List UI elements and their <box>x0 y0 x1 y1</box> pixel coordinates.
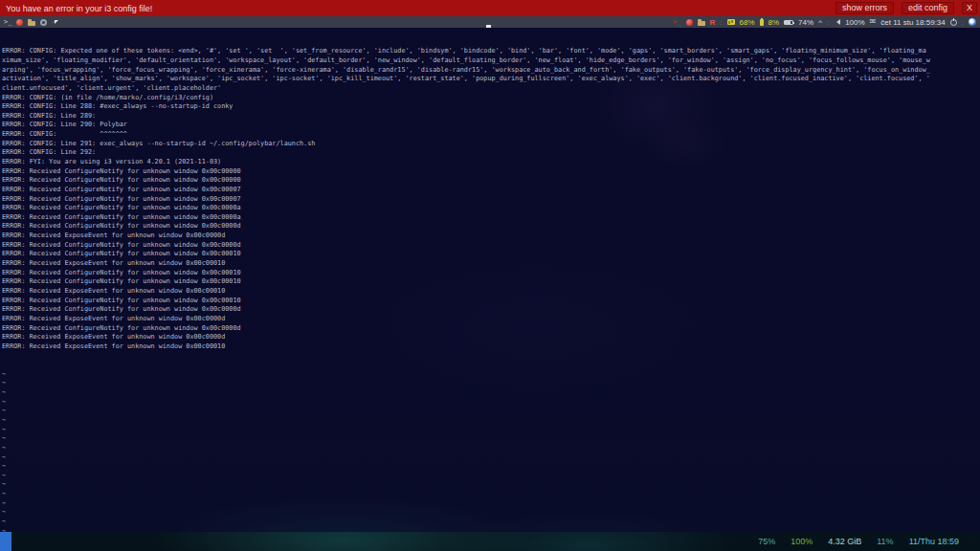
tray-terminal-icon[interactable]: >_ <box>673 18 680 26</box>
terminal-line: ERROR: CONFIG: Expected one of these tok… <box>2 47 980 56</box>
pager-tilde: ~ <box>2 499 980 509</box>
pager-tilde: ~ <box>2 444 980 453</box>
terminal-line: ERROR: Received ConfigureNotify for unkn… <box>2 195 980 205</box>
close-error-bar-button[interactable]: X <box>962 2 977 14</box>
small-battery-percentage: 8% <box>768 18 780 27</box>
bottom-bar-stat: 11/Thu 18:59 <box>909 537 959 546</box>
battery-percentage: 74% <box>798 18 813 27</box>
terminal-line: ERROR: Received ConfigureNotify for unkn… <box>2 186 980 195</box>
mail-icon[interactable]: ✉ <box>870 18 877 26</box>
gear-icon[interactable] <box>40 19 47 26</box>
pager-tilde: ~ <box>2 398 980 408</box>
bottom-bar-stat: 4.32 GiB <box>828 537 861 546</box>
tray-separator: : <box>962 18 964 27</box>
cpu-chart-icon <box>727 19 735 25</box>
terminal-line: ERROR: Received ConfigureNotify for unkn… <box>2 204 980 213</box>
terminal-line: ERROR: FYI: You are using i3 version 4.2… <box>2 158 980 167</box>
pager-tilde: ~ <box>2 370 980 380</box>
pager-tilde: ~ <box>2 388 980 398</box>
terminal-icon[interactable]: >_ <box>4 18 11 26</box>
terminal-line: ERROR: Received ExposeEvent for unknown … <box>2 333 980 342</box>
terminal-line: ERROR: Received ConfigureNotify for unkn… <box>2 167 980 177</box>
terminal-line: ERROR: Received ConfigureNotify for unkn… <box>2 297 980 306</box>
edit-config-button[interactable]: edit config <box>902 2 954 14</box>
browser-logo-icon[interactable] <box>969 18 976 26</box>
small-battery-icon <box>760 19 764 26</box>
pager-tilde: ~ <box>2 508 980 518</box>
terminal-line: ERROR: CONFIG: Line 290: Polybar <box>2 121 980 130</box>
bottom-bar-stats: 75%100%4.32 GiB11%11/Thu 18:59 <box>758 537 980 546</box>
bottom-bar: 75%100%4.32 GiB11%11/Thu 18:59 <box>0 532 980 551</box>
tray-separator: : <box>827 18 829 27</box>
terminal-line: ERROR: Received ExposeEvent for unknown … <box>2 342 980 352</box>
terminal-line: arping', 'focus_wrapping', 'force_focus_… <box>2 66 980 76</box>
workspace-indicator[interactable] <box>0 532 11 551</box>
tray-r-icon[interactable]: R <box>710 18 716 27</box>
cpu-percentage: 68% <box>740 18 755 27</box>
pager-tilde: ~ <box>2 434 980 444</box>
terminal-line: ERROR: CONFIG: Line 292: <box>2 148 980 158</box>
bottom-bar-stat: 75% <box>758 537 775 546</box>
pager-tilde: ~ <box>2 462 980 472</box>
volume-percentage: 100% <box>845 18 864 27</box>
chat-app-active-box[interactable] <box>52 21 56 23</box>
terminal-line: ERROR: Received ConfigureNotify for unkn… <box>2 305 980 315</box>
clock: čet 11 stu 18:59:34 <box>880 18 945 27</box>
pager-tilde: ~ <box>2 407 980 416</box>
pager-tilde: ~ <box>2 518 980 527</box>
terminal-line: ERROR: Received ConfigureNotify for unkn… <box>2 241 980 251</box>
terminal-line: ERROR: CONFIG: (in file /home/marko/.con… <box>2 94 980 103</box>
terminal-line: ERROR: Received ConfigureNotify for unkn… <box>2 277 980 287</box>
pager-tilde: ~ <box>2 416 980 426</box>
pager-tilde: ~ <box>2 472 980 481</box>
terminal-line: client.unfocused', 'client.urgent', 'cli… <box>2 84 980 94</box>
terminal-line: activation', 'title_align', 'show_marks'… <box>2 75 980 84</box>
terminal-line: ERROR: CONFIG: ^^^^^^^ <box>2 130 980 140</box>
app-red-circle-icon[interactable] <box>16 19 23 26</box>
pager-tilde: ~ <box>2 480 980 490</box>
speaker-icon[interactable] <box>834 19 840 25</box>
terminal-line: ERROR: CONFIG: Line 289: <box>2 112 980 121</box>
terminal-window[interactable]: ERROR: CONFIG: Expected one of these tok… <box>0 28 980 532</box>
pager-empty-lines: ~~~~~~~~~~~~~~~~~~~ <box>2 370 980 532</box>
terminal-line: ERROR: Received ConfigureNotify for unkn… <box>2 269 980 278</box>
system-tray: >_ R : 68% 8% 74% ^ : 100% ✉ čet 11 stu … <box>673 18 980 27</box>
tray-separator: : <box>720 18 722 27</box>
i3-error-bar: You have an error in your i3 config file… <box>0 0 980 16</box>
battery-charging-arrow: ^ <box>818 18 822 27</box>
battery-icon <box>784 20 793 25</box>
terminal-line: ERROR: Received ExposeEvent for unknown … <box>2 287 980 297</box>
folder-icon[interactable] <box>28 21 35 26</box>
bottom-bar-stat: 100% <box>791 537 813 546</box>
terminal-line: ERROR: Received ConfigureNotify for unkn… <box>2 213 980 223</box>
pager-tilde: ~ <box>2 426 980 435</box>
terminal-line: ERROR: Received ConfigureNotify for unkn… <box>2 250 980 259</box>
terminal-line: ERROR: Received ConfigureNotify for unkn… <box>2 324 980 334</box>
terminal-log: ERROR: CONFIG: Expected one of these tok… <box>2 47 980 351</box>
tray-folder-icon[interactable] <box>698 21 705 26</box>
terminal-line: ERROR: Received ExposeEvent for unknown … <box>2 231 980 241</box>
terminal-line: ERROR: Received ConfigureNotify for unkn… <box>2 222 980 231</box>
pager-tilde: ~ <box>2 453 980 463</box>
power-icon[interactable] <box>950 19 957 26</box>
bottom-bar-stat: 11% <box>877 537 893 546</box>
terminal-line: ERROR: Received ExposeEvent for unknown … <box>2 315 980 324</box>
show-errors-button[interactable]: show errors <box>835 2 894 14</box>
terminal-line: ximum_size', 'floating_modifier', 'defau… <box>2 56 980 66</box>
error-message: You have an error in your i3 config file… <box>0 4 835 13</box>
taskbar-launchers: >_ <box>0 18 673 26</box>
terminal-line: ERROR: Received ExposeEvent for unknown … <box>2 259 980 269</box>
tray-red-circle-icon[interactable] <box>686 19 693 26</box>
terminal-line: ERROR: CONFIG: Line 291: exec_always --n… <box>2 140 980 149</box>
terminal-line: ERROR: CONFIG: Line 288: #exec_always --… <box>2 102 980 112</box>
terminal-line: ERROR: Received ConfigureNotify for unkn… <box>2 176 980 186</box>
pager-tilde: ~ <box>2 379 980 388</box>
pager-tilde: ~ <box>2 490 980 499</box>
